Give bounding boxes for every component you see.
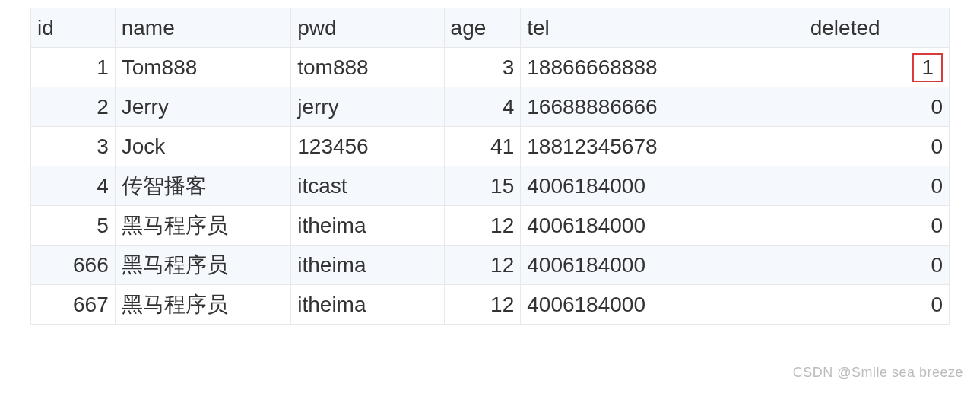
data-table[interactable]: id name pwd age tel deleted 1Tom888tom88… (30, 8, 950, 325)
cell-age[interactable]: 15 (444, 166, 521, 206)
cell-tel[interactable]: 4006184000 (521, 246, 804, 285)
cell-name[interactable]: 传智播客 (115, 166, 291, 206)
header-tel[interactable]: tel (521, 8, 804, 48)
header-age[interactable]: age (444, 8, 521, 48)
cell-deleted[interactable]: 0 (804, 246, 949, 285)
table-row[interactable]: 3Jock12345641188123456780 (31, 127, 950, 166)
table-row[interactable]: 5黑马程序员itheima1240061840000 (31, 206, 950, 246)
header-pwd[interactable]: pwd (291, 8, 444, 48)
cell-deleted[interactable]: 0 (804, 166, 949, 206)
cell-deleted[interactable]: 0 (804, 285, 949, 325)
header-name[interactable]: name (115, 8, 291, 48)
cell-name[interactable]: Jerry (115, 87, 291, 127)
cell-name[interactable]: 黑马程序员 (115, 206, 291, 246)
cell-pwd[interactable]: jerry (291, 87, 444, 127)
cell-name[interactable]: Tom888 (115, 48, 291, 87)
cell-id[interactable]: 4 (31, 166, 116, 206)
cell-tel[interactable]: 4006184000 (521, 206, 804, 246)
header-deleted[interactable]: deleted (804, 8, 949, 48)
table-row[interactable]: 667黑马程序员itheima1240061840000 (31, 285, 950, 325)
table-row[interactable]: 1Tom888tom8883188666688881 (31, 48, 950, 87)
cell-tel[interactable]: 18866668888 (521, 48, 804, 87)
cell-name[interactable]: Jock (115, 127, 291, 166)
cell-tel[interactable]: 16688886666 (521, 87, 804, 127)
cell-id[interactable]: 1 (31, 48, 116, 87)
cell-name[interactable]: 黑马程序员 (115, 285, 291, 325)
cell-id[interactable]: 3 (31, 127, 116, 166)
cell-pwd[interactable]: itheima (291, 206, 444, 246)
cell-name[interactable]: 黑马程序员 (115, 246, 291, 285)
cell-age[interactable]: 4 (444, 87, 521, 127)
cell-deleted[interactable]: 1 (804, 48, 949, 87)
cell-tel[interactable]: 18812345678 (521, 127, 804, 166)
cell-id[interactable]: 5 (31, 206, 116, 246)
cell-pwd[interactable]: itheima (291, 246, 444, 285)
cell-tel[interactable]: 4006184000 (521, 285, 804, 325)
table-row[interactable]: 666黑马程序员itheima1240061840000 (31, 246, 950, 285)
header-id[interactable]: id (31, 8, 116, 48)
cell-pwd[interactable]: itcast (291, 166, 444, 206)
cell-age[interactable]: 12 (444, 206, 521, 246)
cell-deleted[interactable]: 0 (804, 87, 949, 127)
cell-pwd[interactable]: itheima (291, 285, 444, 325)
cell-pwd[interactable]: 123456 (291, 127, 444, 166)
cell-age[interactable]: 41 (444, 127, 521, 166)
cell-pwd[interactable]: tom888 (291, 48, 444, 87)
cell-age[interactable]: 12 (444, 285, 521, 325)
cell-age[interactable]: 12 (444, 246, 521, 285)
table-row[interactable]: 2Jerryjerry4166888866660 (31, 87, 950, 127)
table-header-row: id name pwd age tel deleted (31, 8, 950, 48)
cell-tel[interactable]: 4006184000 (521, 166, 804, 206)
highlight-box: 1 (912, 53, 943, 82)
cell-id[interactable]: 666 (31, 246, 116, 285)
cell-deleted[interactable]: 0 (804, 127, 949, 166)
cell-deleted[interactable]: 0 (804, 206, 949, 246)
table-body: 1Tom888tom88831886666888812Jerryjerry416… (31, 48, 950, 325)
cell-age[interactable]: 3 (444, 48, 521, 87)
cell-id[interactable]: 667 (31, 285, 116, 325)
table-row[interactable]: 4传智播客itcast1540061840000 (31, 166, 950, 206)
cell-id[interactable]: 2 (31, 87, 116, 127)
